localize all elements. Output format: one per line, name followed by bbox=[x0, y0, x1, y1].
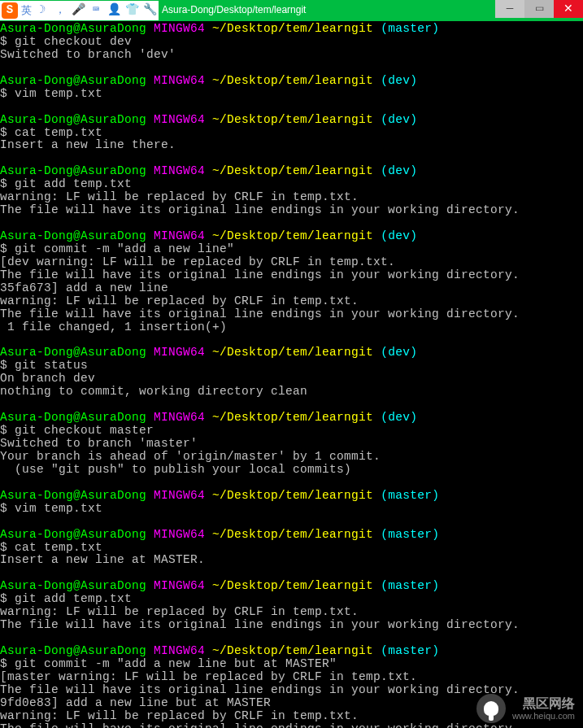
ime-toolbar[interactable]: S 英 ☽ ， 🎤 ⌨ 👤 👕 🔧 bbox=[0, 1, 159, 20]
prompt-line: Asura-Dong@AsuraDong MINGW64 ~/Desktop/t… bbox=[0, 412, 583, 425]
command-line: $ git add temp.txt bbox=[0, 178, 583, 191]
comma-icon[interactable]: ， bbox=[53, 3, 67, 18]
moon-icon[interactable]: ☽ bbox=[35, 3, 50, 18]
ime-language[interactable]: 英 bbox=[21, 5, 32, 16]
prompt-line: Asura-Dong@AsuraDong MINGW64 ~/Desktop/t… bbox=[0, 230, 583, 243]
output-line: [dev warning: LF will be replaced by CRL… bbox=[0, 256, 583, 269]
output-line: Insert a new line at MASTER. bbox=[0, 554, 583, 567]
output-line: On branch dev bbox=[0, 373, 583, 386]
close-button[interactable]: ✕ bbox=[554, 0, 583, 18]
output-line: Your branch is ahead of 'origin/master' … bbox=[0, 451, 583, 464]
command-line: $ git add temp.txt bbox=[0, 593, 583, 606]
prompt-line: Asura-Dong@AsuraDong MINGW64 ~/Desktop/t… bbox=[0, 490, 583, 503]
output-line: (use "git push" to publish your local co… bbox=[0, 464, 583, 477]
command-line: $ git commit -m "add a new line but at M… bbox=[0, 658, 583, 671]
blank-line bbox=[0, 62, 583, 75]
blank-line bbox=[0, 516, 583, 529]
person-icon[interactable]: 👤 bbox=[107, 3, 121, 18]
terminal-output[interactable]: Asura-Dong@AsuraDong MINGW64 ~/Desktop/t… bbox=[0, 21, 583, 728]
output-line: 1 file changed, 1 insertion(+) bbox=[0, 321, 583, 334]
prompt-line: Asura-Dong@AsuraDong MINGW64 ~/Desktop/t… bbox=[0, 75, 583, 88]
minimize-button[interactable]: ─ bbox=[495, 0, 524, 18]
watermark-logo-icon bbox=[476, 694, 506, 723]
watermark-url: www.heiqu.com bbox=[512, 711, 575, 721]
blank-line bbox=[0, 152, 583, 165]
prompt-line: Asura-Dong@AsuraDong MINGW64 ~/Desktop/t… bbox=[0, 165, 583, 178]
output-line: warning: LF will be replaced by CRLF in … bbox=[0, 295, 583, 308]
output-line: The file will have its original line end… bbox=[0, 723, 583, 728]
output-line: Switched to branch 'dev' bbox=[0, 49, 583, 62]
output-line: nothing to commit, working directory cle… bbox=[0, 386, 583, 399]
prompt-line: Asura-Dong@AsuraDong MINGW64 ~/Desktop/t… bbox=[0, 347, 583, 360]
command-line: $ cat temp.txt bbox=[0, 542, 583, 555]
prompt-line: Asura-Dong@AsuraDong MINGW64 ~/Desktop/t… bbox=[0, 645, 583, 658]
watermark: 黑区网络 www.heiqu.com bbox=[476, 694, 575, 723]
blank-line bbox=[0, 477, 583, 490]
blank-line bbox=[0, 632, 583, 645]
command-line: $ vim temp.txt bbox=[0, 88, 583, 101]
output-line: The file will have its original line end… bbox=[0, 619, 583, 632]
keyboard-icon[interactable]: ⌨ bbox=[89, 3, 103, 18]
output-line: The file will have its original line end… bbox=[0, 308, 583, 321]
output-line: The file will have its original line end… bbox=[0, 204, 583, 217]
command-line: $ git status bbox=[0, 360, 583, 373]
output-line: The file will have its original line end… bbox=[0, 269, 583, 282]
output-line: warning: LF will be replaced by CRLF in … bbox=[0, 191, 583, 204]
command-line: $ git checkout master bbox=[0, 425, 583, 438]
output-line: 35fa673] add a new line bbox=[0, 282, 583, 295]
maximize-button[interactable]: ▭ bbox=[524, 0, 554, 18]
ime-logo-icon[interactable]: S bbox=[2, 2, 18, 19]
command-line: $ git checkout dev bbox=[0, 36, 583, 49]
prompt-line: Asura-Dong@AsuraDong MINGW64 ~/Desktop/t… bbox=[0, 529, 583, 542]
command-line: $ git commit -m "add a new line" bbox=[0, 243, 583, 256]
window-controls: ─ ▭ ✕ bbox=[495, 0, 583, 18]
blank-line bbox=[0, 334, 583, 347]
command-line: $ cat temp.txt bbox=[0, 127, 583, 140]
prompt-line: Asura-Dong@AsuraDong MINGW64 ~/Desktop/t… bbox=[0, 114, 583, 127]
microphone-icon[interactable]: 🎤 bbox=[71, 3, 85, 18]
window-titlebar: S 英 ☽ ， 🎤 ⌨ 👤 👕 🔧 Asura-Dong/Desktop/tem… bbox=[0, 0, 583, 21]
window-title: Asura-Dong/Desktop/tem/learngit bbox=[162, 5, 306, 15]
blank-line bbox=[0, 567, 583, 580]
wrench-icon[interactable]: 🔧 bbox=[142, 3, 157, 18]
shirt-icon[interactable]: 👕 bbox=[124, 3, 139, 18]
blank-line bbox=[0, 101, 583, 114]
watermark-title: 黑区网络 bbox=[512, 696, 575, 711]
output-line: warning: LF will be replaced by CRLF in … bbox=[0, 606, 583, 619]
output-line: Insert a new line there. bbox=[0, 139, 583, 152]
blank-line bbox=[0, 217, 583, 230]
blank-line bbox=[0, 399, 583, 412]
command-line: $ vim temp.txt bbox=[0, 503, 583, 516]
output-line: [master warning: LF will be replaced by … bbox=[0, 671, 583, 684]
prompt-line: Asura-Dong@AsuraDong MINGW64 ~/Desktop/t… bbox=[0, 23, 583, 36]
prompt-line: Asura-Dong@AsuraDong MINGW64 ~/Desktop/t… bbox=[0, 580, 583, 593]
output-line: Switched to branch 'master' bbox=[0, 438, 583, 451]
